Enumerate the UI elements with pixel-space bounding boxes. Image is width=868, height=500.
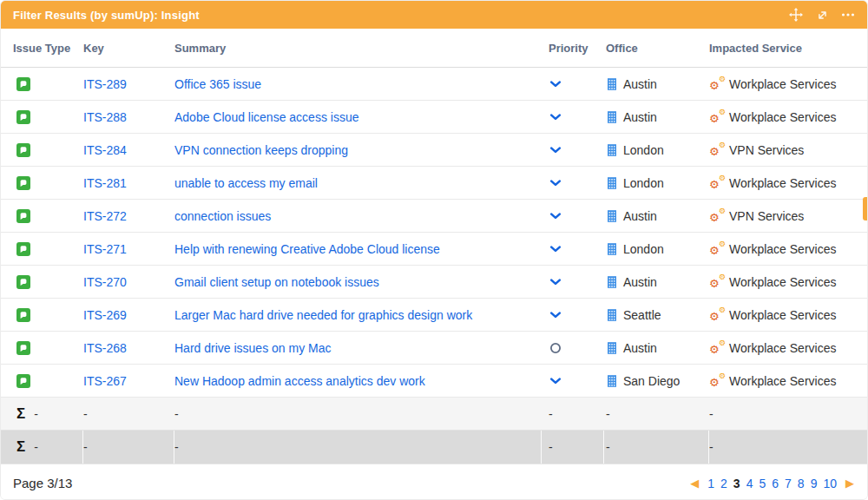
gadget-titlebar: Filter Results (by sumUp): Insight bbox=[1, 1, 867, 29]
service-gears-icon: ⚙⚙ bbox=[709, 175, 726, 190]
issue-key-link[interactable]: ITS-284 bbox=[83, 143, 127, 157]
priority-low-icon bbox=[549, 209, 562, 223]
office-building-icon bbox=[606, 341, 618, 355]
pagination-prev-button[interactable]: ◀ bbox=[687, 477, 701, 489]
sigma-symbol: Σ bbox=[16, 438, 25, 456]
pagination: ◀ 12345678910 ▶ bbox=[687, 477, 857, 490]
issue-summary-link[interactable]: New Hadoop admin access analytics dev wo… bbox=[174, 374, 425, 388]
issue-key-link[interactable]: ITS-289 bbox=[83, 77, 127, 91]
office-building-icon bbox=[606, 275, 618, 289]
office-name: Austin bbox=[623, 341, 657, 355]
page-indicator: Page 3/13 bbox=[13, 476, 72, 490]
priority-low-icon bbox=[549, 242, 562, 256]
pagination-page[interactable]: 4 bbox=[746, 477, 753, 490]
scrollbar-thumb[interactable] bbox=[863, 197, 867, 220]
issue-key-link[interactable]: ITS-281 bbox=[83, 176, 127, 190]
column-header-key[interactable]: Key bbox=[83, 42, 174, 55]
pagination-page[interactable]: 9 bbox=[811, 477, 818, 490]
impacted-service-name: Workplace Services bbox=[729, 341, 836, 355]
impacted-service-name: Workplace Services bbox=[729, 275, 836, 289]
table-row: ITS-284 VPN connection keeps dropping Lo… bbox=[1, 134, 867, 167]
office-name: London bbox=[623, 176, 664, 190]
service-gears-icon: ⚙⚙ bbox=[709, 142, 726, 157]
office-building-icon bbox=[606, 374, 618, 388]
priority-low-icon bbox=[549, 374, 562, 388]
table-row: ITS-268 Hard drive issues on my Mac Aust… bbox=[1, 332, 867, 365]
issue-summary-link[interactable]: Gmail client setup on notebook issues bbox=[174, 275, 379, 289]
service-gears-icon: ⚙⚙ bbox=[709, 307, 726, 322]
priority-low-icon bbox=[549, 176, 562, 190]
sum-row: Σ - - - - - - bbox=[1, 398, 867, 431]
issue-summary-link[interactable]: Office 365 issue bbox=[174, 77, 261, 91]
service-request-icon bbox=[16, 341, 30, 355]
issue-summary-link[interactable]: Help with renewing Creative Adobe Cloud … bbox=[174, 242, 440, 256]
column-header-office[interactable]: Office bbox=[604, 42, 709, 55]
service-gears-icon: ⚙⚙ bbox=[709, 340, 726, 355]
pagination-next-button[interactable]: ▶ bbox=[843, 477, 857, 489]
issue-summary-link[interactable]: unable to access my email bbox=[174, 176, 318, 190]
sum-row-total: Σ - - - - - - bbox=[1, 431, 867, 464]
office-name: Austin bbox=[623, 209, 657, 223]
service-request-icon bbox=[16, 176, 30, 190]
office-name: Austin bbox=[623, 77, 657, 91]
sum-impacted-service: - bbox=[709, 407, 713, 421]
impacted-service-name: Workplace Services bbox=[729, 77, 836, 91]
column-header-priority[interactable]: Priority bbox=[542, 42, 604, 55]
issue-summary-link[interactable]: Hard drive issues on my Mac bbox=[174, 341, 332, 355]
issue-key-link[interactable]: ITS-268 bbox=[83, 341, 127, 355]
priority-low-icon bbox=[549, 308, 562, 322]
service-request-icon bbox=[16, 77, 30, 91]
sum-issue-type: - bbox=[34, 407, 38, 421]
gadget-footer: Page 3/13 ◀ 12345678910 ▶ bbox=[1, 464, 867, 500]
impacted-service-name: Workplace Services bbox=[729, 110, 836, 124]
issue-key-link[interactable]: ITS-270 bbox=[83, 275, 127, 289]
priority-low-icon bbox=[549, 143, 562, 157]
issue-summary-link[interactable]: VPN connection keeps dropping bbox=[174, 143, 348, 157]
service-gears-icon: ⚙⚙ bbox=[709, 76, 726, 91]
pagination-page[interactable]: 8 bbox=[798, 477, 805, 490]
sum-key: - bbox=[83, 407, 88, 421]
issue-summary-link[interactable]: connection issues bbox=[174, 209, 271, 223]
pagination-page[interactable]: 6 bbox=[772, 477, 779, 490]
sum-summary: - bbox=[174, 407, 179, 421]
service-request-icon bbox=[16, 242, 30, 256]
more-options-icon[interactable] bbox=[841, 8, 855, 22]
issue-summary-link[interactable]: Larger Mac hard drive needed for graphic… bbox=[174, 308, 472, 322]
service-request-icon bbox=[16, 209, 30, 223]
service-gears-icon: ⚙⚙ bbox=[709, 241, 726, 256]
expand-icon[interactable] bbox=[816, 9, 829, 22]
office-building-icon bbox=[606, 308, 618, 322]
impacted-service-name: VPN Services bbox=[729, 209, 804, 223]
column-header-impacted-service[interactable]: Impacted Service bbox=[709, 42, 867, 55]
table-header-row: Issue Type Key Summary Priority Office I… bbox=[1, 29, 867, 68]
pagination-page[interactable]: 2 bbox=[720, 477, 727, 490]
priority-low-icon bbox=[549, 110, 562, 124]
pagination-page[interactable]: 7 bbox=[785, 477, 792, 490]
office-name: Austin bbox=[623, 110, 657, 124]
service-gears-icon: ⚙⚙ bbox=[709, 109, 726, 124]
sum-issue-type: - bbox=[34, 440, 38, 454]
issue-key-link[interactable]: ITS-288 bbox=[83, 110, 127, 124]
office-name: San Diego bbox=[623, 374, 680, 388]
table-row: ITS-288 Adobe Cloud license access issue… bbox=[1, 101, 867, 134]
issue-key-link[interactable]: ITS-269 bbox=[83, 308, 127, 322]
column-header-summary[interactable]: Summary bbox=[174, 42, 542, 55]
impacted-service-name: Workplace Services bbox=[729, 308, 836, 322]
column-header-issue-type[interactable]: Issue Type bbox=[1, 42, 83, 55]
pagination-page[interactable]: 10 bbox=[823, 477, 837, 490]
priority-low-icon bbox=[549, 275, 562, 289]
impacted-service-name: Workplace Services bbox=[729, 176, 836, 190]
pagination-page[interactable]: 1 bbox=[707, 477, 714, 490]
impacted-service-name: Workplace Services bbox=[729, 374, 836, 388]
table-row: ITS-267 New Hadoop admin access analytic… bbox=[1, 365, 867, 398]
move-icon[interactable] bbox=[788, 7, 804, 23]
issue-key-link[interactable]: ITS-267 bbox=[83, 374, 127, 388]
issue-summary-link[interactable]: Adobe Cloud license access issue bbox=[174, 110, 358, 124]
service-gears-icon: ⚙⚙ bbox=[709, 274, 726, 289]
pagination-page-current[interactable]: 3 bbox=[733, 477, 740, 490]
sum-priority: - bbox=[549, 440, 553, 454]
issue-key-link[interactable]: ITS-272 bbox=[83, 209, 127, 223]
service-request-icon bbox=[16, 143, 30, 157]
pagination-page[interactable]: 5 bbox=[759, 477, 766, 490]
issue-key-link[interactable]: ITS-271 bbox=[83, 242, 127, 256]
